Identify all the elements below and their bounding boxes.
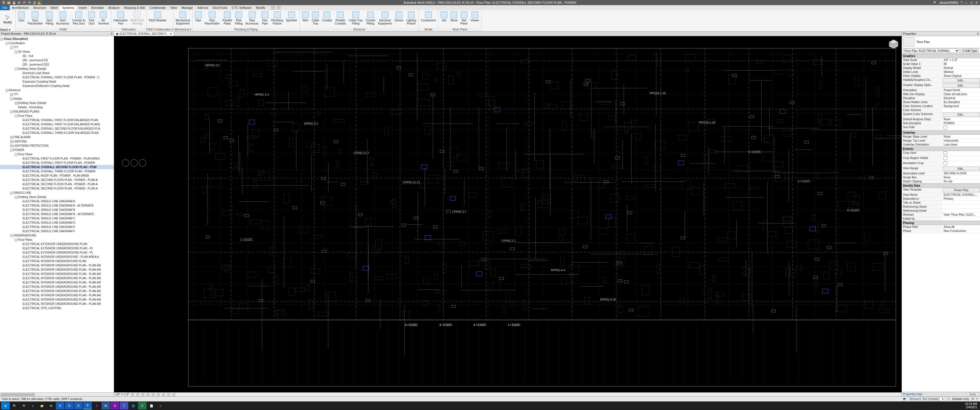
infocenter-search-icon[interactable]: 🔍	[933, 1, 937, 5]
edge-icon[interactable]: e	[29, 402, 37, 410]
tree-node[interactable]: -Coordination	[0, 41, 114, 45]
explorer-icon[interactable]: 📁	[38, 402, 46, 410]
ribbon-parallel-conduits-button[interactable]: Parallel Conduits	[334, 11, 347, 27]
prop-value[interactable]: New Construction	[942, 229, 980, 233]
ribbon-flex-duct-button[interactable]: Flex Duct	[87, 11, 96, 27]
tab-manage[interactable]: Manage	[179, 5, 195, 10]
tree-node[interactable]: ELECTRICAL OVERALL FIRST FLOOR ENLARGED …	[0, 122, 114, 127]
ribbon-flex-pipe-button[interactable]: Flex Pipe	[260, 11, 269, 27]
tab-ctc-software[interactable]: CTC Software	[230, 5, 254, 10]
tree-node[interactable]: ELECTRICAL SINGLE LINE DIAGRAM F	[0, 229, 114, 233]
teams-icon[interactable]: T	[120, 402, 128, 410]
edit-type-button[interactable]: ✎Edit Type	[961, 48, 979, 53]
ribbon-mechanical-equipment-button[interactable]: Mechanical Equipment	[175, 11, 191, 27]
detail-level-icon[interactable]	[131, 393, 134, 396]
sun-path-icon[interactable]	[141, 393, 145, 396]
revit-icon[interactable]: R	[56, 402, 64, 410]
tree-node[interactable]: ELECTRICAL INTERIOR UNDERGROUND PLAN - P…	[0, 280, 114, 285]
prop-edit-button[interactable]: Edit...	[943, 112, 980, 117]
tree-node[interactable]: Details - Grounding	[0, 105, 114, 109]
qat-print-icon[interactable]: 🖨	[32, 0, 37, 5]
prop-value[interactable]: Look down	[942, 143, 980, 146]
project-browser-tree[interactable]: -Views (Discipline)-Coordination-???-3D …	[0, 36, 114, 393]
tree-node[interactable]: -ENLARGED PLANS	[0, 109, 114, 114]
ribbon-pipe-placeholder-button[interactable]: Pipe Placeholder	[204, 11, 221, 27]
window-close-button[interactable]: ✕	[975, 1, 978, 5]
ribbon-show-button[interactable]: Show	[449, 11, 459, 27]
word-icon[interactable]: W	[102, 402, 110, 410]
ribbon-panel-title[interactable]: Model	[419, 28, 438, 31]
prop-value[interactable]	[942, 161, 980, 166]
revit-icon-4[interactable]: R	[83, 402, 92, 410]
notepad-icon[interactable]: 📄	[147, 402, 156, 410]
ribbon-air-terminal-button[interactable]: Air Terminal	[97, 11, 110, 27]
tree-node[interactable]: +???	[0, 92, 114, 97]
tab-analyze[interactable]: Analyze	[106, 5, 122, 10]
tab-modify[interactable]: Modify	[254, 5, 267, 10]
task-view-icon[interactable]: ⧉	[19, 402, 28, 410]
help-icon[interactable]: ?	[961, 1, 963, 4]
revit-icon-3[interactable]: R	[74, 402, 83, 410]
prop-value[interactable]: Primary	[942, 197, 980, 201]
tab-massing-site[interactable]: Massing & Site	[122, 5, 147, 10]
prop-value[interactable]	[942, 151, 980, 156]
start-button[interactable]: ⊞	[1, 402, 10, 410]
tab-structure[interactable]: Structure	[31, 5, 48, 10]
prop-category[interactable]: Graphics	[902, 54, 980, 58]
tab-systems[interactable]: Systems	[60, 5, 76, 10]
tree-node[interactable]: Expansion Coupling Detail	[0, 79, 114, 84]
ribbon-panel-title[interactable]: HVAC	[16, 28, 111, 31]
tree-node[interactable]: ELECTRICAL OVERALL SECOND FLOOR PLAN - P…	[0, 165, 114, 169]
tree-node[interactable]: ELECTRICAL SINGLE LINE DIAGRAM B	[0, 208, 114, 212]
properties-close-icon[interactable]: X	[977, 32, 979, 35]
crop-view-icon[interactable]	[151, 393, 155, 396]
tree-node[interactable]: ELECTRICAL INTERIOR UNDERGROUND PLAN - P…	[0, 272, 114, 276]
ribbon-ref-plane-button[interactable]: Ref Plane	[459, 11, 469, 27]
tree-root[interactable]: -Views (Discipline)	[0, 37, 114, 41]
properties-help-link[interactable]: Properties help	[903, 393, 922, 396]
ribbon-plumbing-fixture-button[interactable]: Plumbing Fixture	[270, 11, 284, 27]
tree-node[interactable]: ELECTRICAL INTERIOR UNDERGROUND PLAN - P…	[0, 298, 114, 302]
prop-edit-button[interactable]: Power Plan	[943, 188, 980, 192]
tab-file[interactable]: File	[0, 5, 10, 10]
prop-value[interactable]: None	[942, 135, 980, 138]
qat-save-icon[interactable]: 💾	[12, 0, 16, 5]
ribbon-p-id-modeler-button[interactable]: P&ID Modeler	[148, 11, 168, 27]
ribbon-conduit-button[interactable]: Conduit	[321, 11, 333, 27]
autocad-icon[interactable]: A	[92, 402, 101, 410]
prop-value[interactable]: ELECTRICAL OVERALL...	[942, 193, 980, 196]
tree-node[interactable]: ELECTRICAL OVERALL SECOND FLOOR ENLARGED…	[0, 127, 114, 131]
tree-node[interactable]: ELECTRICAL SINGLE LINE DIAGRAM A	[0, 199, 114, 203]
tree-node[interactable]: ELECTRICAL INTERIOR UNDERGROUND PLAN	[0, 259, 114, 263]
prop-value[interactable]: Medium	[942, 70, 980, 74]
ribbon-pipe-accessory-button[interactable]: Pipe Accessory	[245, 11, 260, 27]
tree-node[interactable]: +FIRE ALARM	[0, 135, 114, 139]
chrome-icon[interactable]: 🌐	[129, 402, 137, 410]
ribbon-panel-title[interactable]: Electrical	[300, 28, 418, 31]
mail-icon[interactable]: ✉	[47, 402, 55, 410]
crop-region-icon[interactable]	[157, 393, 160, 396]
prop-value[interactable]: SECOND FLOOR	[942, 171, 980, 175]
tree-node[interactable]: {3D - jsummers123}	[0, 58, 114, 62]
ribbon-electrical-equipment-button[interactable]: Electrical Equipment	[377, 11, 393, 27]
tree-node[interactable]: ELECTRICAL SECOND FLOOR PLAN - POWER - P…	[0, 186, 114, 191]
tree-node[interactable]: ELECTRICAL SINGLE LINE DIAGRAM B - ALTER…	[0, 212, 114, 216]
tree-node[interactable]: ELECTRICAL SECOND FLOOR PLAN - POWER - P…	[0, 182, 114, 186]
view-tab-active[interactable]: ▦ ELECTRICAL OVERALL SECOND F... ✕	[114, 32, 174, 36]
system-clock[interactable]: 10:15 AM 2/4/2021	[965, 402, 979, 409]
ribbon-wire-button[interactable]: Wire	[301, 11, 310, 27]
prop-value[interactable]: Unbounded	[942, 139, 980, 142]
revit-icon-2[interactable]: R	[65, 402, 73, 410]
tree-node[interactable]: ELECTRICAL INTERIOR UNDERGROUND PLAN - P…	[0, 285, 114, 289]
ribbon-panel-title[interactable]: P&ID Collaboration ▾	[146, 28, 173, 31]
ribbon-panel-title[interactable]: Work Plane	[438, 28, 482, 31]
qat-measure-icon[interactable]: 📐	[38, 0, 41, 5]
tab-elumtools[interactable]: ElumTools	[210, 5, 230, 10]
prop-value[interactable]: Show Original	[942, 74, 980, 78]
tab-collaborate[interactable]: Collaborate	[147, 5, 168, 10]
prop-value[interactable]	[942, 209, 980, 212]
user-name[interactable]: afosterEMBQ	[940, 1, 958, 4]
ribbon-component-button[interactable]: Component	[420, 11, 437, 27]
tab-annotate[interactable]: Annotate	[89, 5, 106, 10]
tree-node[interactable]: -Floor Plans	[0, 114, 114, 118]
